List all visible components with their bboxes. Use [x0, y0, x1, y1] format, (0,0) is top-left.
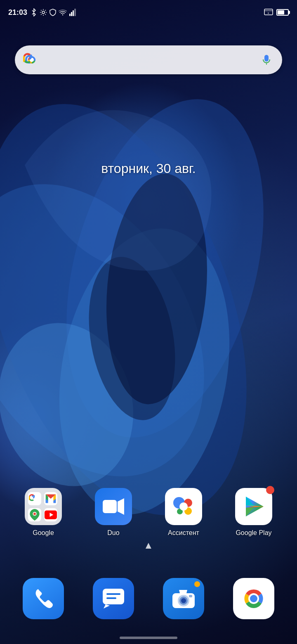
svg-rect-10 — [73, 10, 74, 16]
chrome-dock-icon[interactable] — [233, 578, 274, 619]
status-icons — [31, 8, 76, 17]
google-play-app[interactable]: Google Play — [235, 488, 272, 537]
play-store-logo — [242, 495, 266, 519]
google-folder-label: Google — [33, 529, 54, 537]
camera-icon — [172, 588, 196, 609]
svg-rect-9 — [71, 12, 72, 16]
svg-text:✕: ✕ — [267, 12, 269, 14]
folder-mini-gmail — [44, 492, 57, 505]
phone-dock-icon[interactable] — [23, 578, 64, 619]
drawer-arrow[interactable]: ▲ — [0, 540, 297, 551]
chevron-up-icon[interactable]: ▲ — [144, 540, 153, 551]
assistant-app[interactable]: Ассистент — [165, 488, 202, 537]
camera-notification-dot — [194, 581, 200, 587]
phone-icon — [32, 587, 54, 610]
camera-dock-icon[interactable] — [163, 578, 204, 619]
wifi-icon — [59, 9, 67, 16]
chrome-icon — [240, 585, 268, 613]
duo-app[interactable]: Duo — [95, 488, 132, 537]
messages-dock-icon[interactable] — [93, 578, 134, 619]
svg-marker-24 — [118, 498, 124, 515]
battery-icon — [276, 9, 289, 16]
status-right-icons: ✕ — [264, 9, 289, 16]
settings-icon — [40, 9, 47, 16]
svg-rect-11 — [74, 9, 76, 16]
status-bar: 21:03 — [0, 0, 297, 25]
svg-rect-39 — [189, 595, 192, 597]
svg-rect-33 — [106, 593, 120, 595]
assistant-icon[interactable] — [165, 488, 202, 525]
svg-point-38 — [181, 598, 186, 603]
google-search-bar[interactable]: G — [15, 45, 282, 74]
signal-icon — [69, 9, 76, 16]
bottom-dock — [0, 578, 297, 619]
svg-rect-32 — [103, 589, 124, 604]
svg-rect-8 — [69, 14, 71, 16]
duo-label: Duo — [107, 529, 119, 537]
svg-point-20 — [33, 512, 36, 515]
svg-rect-34 — [106, 597, 116, 599]
svg-point-42 — [250, 595, 257, 602]
app-row: Google Duo — [0, 488, 297, 537]
messages-icon — [101, 587, 125, 610]
status-time-section: 21:03 — [8, 8, 76, 17]
folder-mini-google — [28, 492, 41, 505]
battery-fill — [278, 10, 284, 14]
play-icon[interactable] — [235, 488, 272, 525]
svg-rect-23 — [103, 500, 117, 513]
date-display: вторник, 30 авг. — [0, 161, 297, 176]
play-label: Google Play — [236, 529, 271, 537]
home-indicator — [120, 637, 177, 639]
duo-icon[interactable] — [95, 488, 132, 525]
google-g-logo — [23, 51, 40, 69]
shield-icon — [50, 9, 56, 16]
duo-video-icon — [103, 497, 124, 516]
screen-record-icon: ✕ — [264, 9, 273, 16]
assistant-logo — [169, 492, 198, 521]
assistant-label: Ассистент — [168, 529, 199, 537]
svg-point-30 — [179, 502, 188, 511]
bluetooth-icon — [31, 8, 37, 17]
google-folder-icon[interactable] — [25, 488, 62, 525]
play-notification-badge — [266, 486, 274, 494]
microphone-icon[interactable] — [259, 52, 274, 67]
time-display: 21:03 — [8, 8, 27, 17]
svg-point-7 — [42, 11, 45, 14]
folder-mini-maps — [28, 508, 41, 521]
folder-mini-youtube — [44, 508, 57, 521]
google-folder-app[interactable]: Google — [25, 488, 62, 537]
